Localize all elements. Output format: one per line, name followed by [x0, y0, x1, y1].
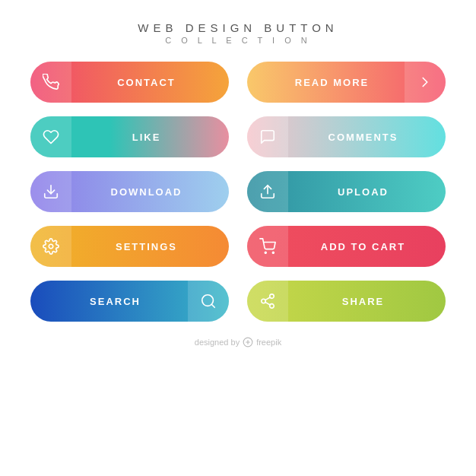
comments-button[interactable]: COMMENTS [247, 116, 446, 157]
share-label: SHARE [288, 296, 446, 307]
download-button[interactable]: DOWNLOAD [30, 171, 229, 212]
footer-text: designed by [195, 338, 240, 347]
download-icon [30, 171, 71, 212]
svg-point-3 [265, 252, 266, 253]
search-icon [188, 281, 229, 322]
download-label: DOWNLOAD [71, 186, 229, 198]
svg-point-2 [49, 244, 53, 249]
cart-icon [247, 226, 288, 267]
upload-icon [247, 171, 288, 212]
search-button[interactable]: SEARCH [30, 281, 229, 322]
comment-icon [247, 116, 288, 157]
readmore-label: READ MORE [247, 77, 405, 88]
settings-button[interactable]: SETTINGS [30, 226, 229, 267]
svg-line-11 [265, 297, 270, 300]
buttons-grid: CONTACT READ MORE LIKE COMMENTS [0, 62, 476, 322]
footer: designed by freepik [195, 337, 281, 347]
like-button[interactable]: LIKE [30, 116, 229, 157]
search-label: SEARCH [30, 296, 188, 307]
freepik-icon [243, 337, 253, 347]
header-title: WEB DESIGN BUTTON [138, 21, 338, 34]
phone-icon [30, 62, 71, 103]
upload-button[interactable]: UPLOAD [247, 171, 446, 212]
like-label: LIKE [71, 132, 229, 143]
share-icon [247, 281, 288, 322]
header-subtitle: C O L L E C T I O N [138, 36, 338, 45]
svg-line-6 [211, 304, 214, 307]
addtocart-button[interactable]: ADD TO CART [247, 226, 446, 267]
share-button[interactable]: SHARE [247, 281, 446, 322]
svg-line-10 [265, 302, 270, 305]
readmore-button[interactable]: READ MORE [247, 62, 446, 103]
arrow-right-icon [405, 62, 446, 103]
page-header: WEB DESIGN BUTTON C O L L E C T I O N [138, 21, 338, 45]
svg-point-4 [272, 252, 274, 253]
contact-button[interactable]: CONTACT [30, 62, 229, 103]
comments-label: COMMENTS [288, 132, 446, 143]
contact-label: CONTACT [71, 77, 229, 88]
upload-label: UPLOAD [288, 186, 446, 198]
footer-brand: freepik [256, 338, 281, 347]
addtocart-label: ADD TO CART [288, 241, 446, 252]
gear-icon [30, 226, 71, 267]
heart-icon [30, 116, 71, 157]
settings-label: SETTINGS [71, 241, 229, 252]
